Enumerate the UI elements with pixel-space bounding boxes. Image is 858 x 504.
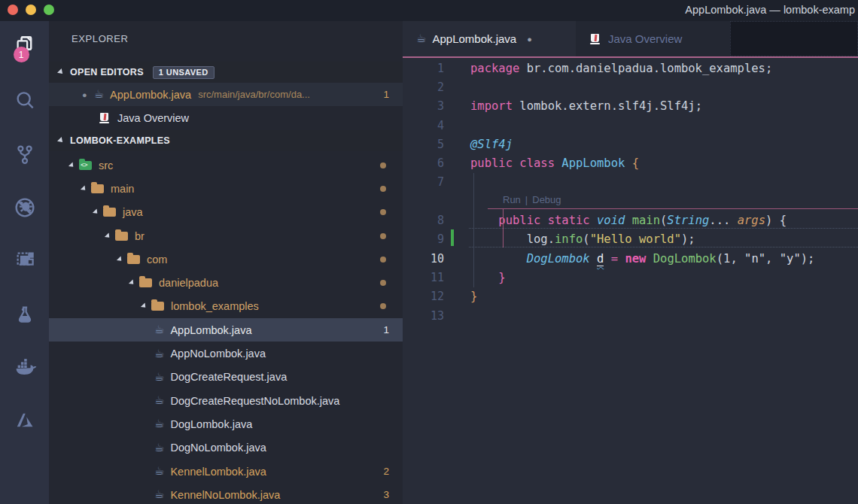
tree-folder-src[interactable]: <>src bbox=[49, 153, 403, 177]
code-text: public static void main(String... args) … bbox=[470, 214, 786, 227]
code-text: } bbox=[470, 271, 506, 284]
active-region-top-border bbox=[488, 208, 858, 209]
chevron-expanded-icon bbox=[105, 232, 111, 239]
folder-label: java bbox=[123, 206, 143, 218]
flask-icon bbox=[14, 303, 36, 329]
docker-activity-button[interactable] bbox=[0, 349, 49, 388]
line-number: 4 bbox=[403, 119, 444, 132]
code-line-3: 3import lombok.extern.slf4j.Slf4j; bbox=[403, 97, 858, 116]
codelens-run-link[interactable]: Run bbox=[503, 194, 521, 205]
extensions-activity-button[interactable] bbox=[0, 242, 49, 281]
file-label: AppNoLombok.java bbox=[170, 348, 266, 360]
line-number: 6 bbox=[403, 156, 444, 170]
chevron-expanded-icon bbox=[57, 137, 65, 144]
tab-applombok[interactable]: ☕ AppLombok.java ● bbox=[403, 21, 576, 56]
codelens: Run|Debug bbox=[503, 194, 561, 205]
chevron-expanded-icon bbox=[93, 209, 99, 216]
search-activity-button[interactable] bbox=[0, 83, 49, 122]
line-number: 1 bbox=[403, 62, 444, 75]
close-window-button[interactable] bbox=[8, 5, 18, 15]
git-branch-icon bbox=[14, 143, 36, 169]
folder-icon bbox=[103, 208, 116, 217]
modified-dot-badge bbox=[380, 162, 386, 169]
folder-icon bbox=[139, 278, 152, 287]
java-file-icon: ☕ bbox=[154, 442, 164, 454]
minimize-window-button[interactable] bbox=[26, 5, 36, 15]
java-file-icon: ☕ bbox=[416, 33, 426, 44]
tree-file-DogLombok.java[interactable]: ☕DogLombok.java bbox=[49, 412, 403, 436]
line-number: 7 bbox=[403, 175, 444, 189]
dirty-dot-icon: ● bbox=[82, 90, 87, 99]
modified-dot-badge bbox=[380, 303, 386, 309]
code-text: } bbox=[470, 290, 477, 303]
problems-badge: 3 bbox=[383, 489, 389, 500]
folder-label: lombok_examples bbox=[171, 300, 259, 312]
code-line-13: 13 bbox=[403, 306, 858, 325]
test-activity-button[interactable] bbox=[0, 296, 49, 335]
tree-file-KennelLombok.java[interactable]: ☕KennelLombok.java2 bbox=[49, 460, 403, 483]
tree-folder-br[interactable]: br bbox=[49, 224, 403, 247]
dirty-dot-icon[interactable]: ● bbox=[527, 35, 532, 44]
folder-label: main bbox=[111, 183, 134, 195]
tree-file-DogCreateRequestNoLombok.java[interactable]: ☕DogCreateRequestNoLombok.java bbox=[49, 389, 403, 412]
workspace-section-header[interactable]: LOMBOK-EXAMPLES bbox=[49, 130, 403, 151]
java-file-icon: ☕ bbox=[154, 372, 164, 383]
code-line-4: 4 bbox=[403, 116, 858, 135]
maximize-window-button[interactable] bbox=[44, 5, 54, 15]
code-line-6: 6public class AppLombok { bbox=[403, 153, 858, 172]
azure-icon bbox=[14, 409, 36, 435]
tree-file-DogCreateRequest.java[interactable]: ☕DogCreateRequest.java bbox=[49, 366, 403, 389]
code-line-5: 5@Slf4j bbox=[403, 135, 858, 153]
tab-accent-line bbox=[403, 56, 858, 58]
java-file-icon: ☕ bbox=[154, 324, 164, 335]
line-number: 2 bbox=[403, 80, 444, 94]
line-number: 3 bbox=[403, 99, 444, 113]
file-label: DogNoLombok.java bbox=[170, 442, 266, 454]
tree-folder-com[interactable]: com bbox=[49, 247, 403, 271]
folder-icon bbox=[151, 302, 164, 311]
tree-folder-java[interactable]: java bbox=[49, 201, 403, 224]
java-file-icon: ☕ bbox=[154, 489, 164, 500]
tree-file-AppLombok.java[interactable]: ☕AppLombok.java1 bbox=[49, 318, 403, 342]
chevron-expanded-icon bbox=[129, 280, 135, 287]
line-number: 13 bbox=[403, 309, 444, 323]
unsaved-count-badge: 1 UNSAVED bbox=[153, 66, 214, 79]
modified-dot-badge bbox=[380, 209, 386, 215]
explorer-sidebar: EXPLORER OPEN EDITORS 1 UNSAVED ● ☕ AppL… bbox=[49, 21, 403, 504]
chevron-expanded-icon bbox=[141, 303, 148, 310]
code-editor[interactable]: 1package br.com.danielpadua.lombok_examp… bbox=[403, 59, 858, 504]
codelens-separator: | bbox=[525, 194, 528, 205]
problems-badge: 1 bbox=[383, 89, 389, 100]
codelens-debug-link[interactable]: Debug bbox=[532, 194, 561, 205]
code-line-8: 8 public static void main(String... args… bbox=[403, 211, 858, 229]
debug-activity-button[interactable] bbox=[0, 190, 49, 229]
tree-folder-main[interactable]: main bbox=[49, 177, 403, 200]
azure-activity-button[interactable] bbox=[0, 402, 49, 442]
problems-badge: 1 bbox=[383, 324, 389, 335]
file-tree: <>srcmainjavabrcomdanielpadualombok_exam… bbox=[49, 153, 403, 504]
chevron-expanded-icon bbox=[68, 162, 75, 169]
line-number: 9 bbox=[403, 232, 444, 246]
src-folder-icon: <> bbox=[79, 161, 92, 170]
source-control-activity-button[interactable] bbox=[0, 136, 49, 175]
tree-file-KennelNoLombok.java[interactable]: ☕KennelNoLombok.java3 bbox=[49, 483, 403, 504]
tree-folder-lombok_examples[interactable]: lombok_examples bbox=[49, 295, 403, 318]
workspace-label: LOMBOK-EXAMPLES bbox=[70, 135, 170, 146]
folder-label: br bbox=[135, 230, 145, 242]
line-number: 10 bbox=[403, 252, 444, 266]
file-label: KennelNoLombok.java bbox=[170, 489, 280, 501]
open-editors-section-header[interactable]: OPEN EDITORS 1 UNSAVED bbox=[49, 62, 403, 83]
file-label: DogCreateRequestNoLombok.java bbox=[170, 395, 339, 407]
code-text: @Slf4j bbox=[470, 138, 513, 151]
tree-folder-danielpadua[interactable]: danielpadua bbox=[49, 271, 403, 294]
tree-file-DogNoLombok.java[interactable]: ☕DogNoLombok.java bbox=[49, 436, 403, 460]
explorer-badge: 1 bbox=[14, 47, 29, 62]
open-editor-item-java-overview[interactable]: Java Overview bbox=[49, 106, 403, 129]
modified-dot-badge bbox=[380, 233, 386, 239]
explorer-activity-button[interactable]: 1 bbox=[0, 27, 49, 66]
open-editor-item-applombok[interactable]: ● ☕ AppLombok.java src/main/java/br/com/… bbox=[49, 83, 403, 106]
tab-java-overview[interactable]: Java Overview bbox=[576, 21, 730, 56]
tree-file-AppNoLombok.java[interactable]: ☕AppNoLombok.java bbox=[49, 342, 403, 365]
git-added-gutter-marker bbox=[451, 229, 454, 246]
chevron-expanded-icon bbox=[57, 68, 65, 76]
